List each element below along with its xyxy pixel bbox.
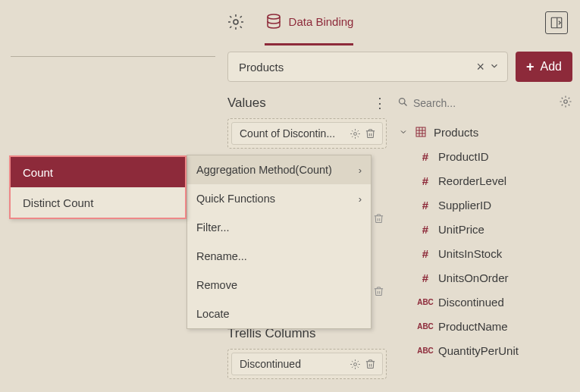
search-icon — [397, 96, 409, 111]
divider — [11, 56, 215, 57]
tree-field[interactable]: #UnitsInStock — [397, 241, 572, 265]
tree-field-label: Discontinued — [438, 296, 504, 309]
trellis-well[interactable]: Discontinued — [227, 349, 387, 379]
tree-field[interactable]: #ReorderLevel — [397, 168, 572, 193]
number-type-icon: # — [419, 223, 432, 236]
menu-item-label: Locate — [196, 308, 230, 320]
clear-icon[interactable]: × — [472, 59, 490, 75]
number-type-icon: # — [419, 199, 432, 212]
value-pill[interactable]: Count of Discontin... — [231, 122, 383, 145]
values-well[interactable]: Count of Discontin... — [227, 118, 387, 149]
tree-field-label: UnitPrice — [438, 223, 484, 236]
svg-point-8 — [564, 100, 568, 104]
tab-settings[interactable] — [227, 0, 245, 45]
svg-point-4 — [353, 132, 356, 135]
submenu-item-label: Count — [23, 166, 53, 179]
svg-point-6 — [400, 98, 406, 104]
add-button[interactable]: + Add — [516, 52, 572, 82]
trash-icon[interactable] — [362, 128, 378, 140]
add-button-label: Add — [541, 60, 562, 74]
svg-point-5 — [353, 362, 356, 365]
tree-field[interactable]: #UnitsOnOrder — [397, 265, 572, 290]
chevron-right-icon: › — [359, 193, 362, 205]
trellis-pill[interactable]: Discontinued — [231, 353, 383, 375]
tree-field-label: ProductName — [438, 320, 508, 333]
menu-rename[interactable]: Rename... — [187, 242, 371, 271]
menu-remove[interactable]: Remove — [187, 271, 371, 299]
tree-field[interactable]: #UnitPrice — [397, 217, 572, 241]
tree-root-label: Products — [434, 126, 478, 139]
tree-field[interactable]: ABCProductName — [397, 314, 572, 338]
svg-line-7 — [404, 103, 406, 105]
number-type-icon: # — [419, 247, 432, 260]
panel-toggle-button[interactable] — [545, 11, 568, 34]
plus-icon: + — [526, 59, 535, 75]
fields-tree: Products #ProductID#ReorderLevel#Supplie… — [397, 120, 572, 362]
context-menu: Aggregation Method(Count) › Quick Functi… — [187, 155, 372, 329]
tree-field-label: ReorderLevel — [438, 174, 506, 187]
values-menu-icon[interactable]: ⋮ — [373, 95, 387, 111]
tree-field-label: SupplierID — [438, 199, 491, 212]
tree-field-label: UnitsInStock — [438, 247, 502, 260]
search-input[interactable] — [413, 97, 554, 109]
tree-field[interactable]: ABCQuantityPerUnit — [397, 338, 572, 362]
aggregation-submenu: Count Distinct Count — [9, 155, 187, 219]
gear-icon[interactable] — [347, 128, 362, 140]
tab-data-binding-label: Data Binding — [289, 15, 354, 28]
menu-quick-functions[interactable]: Quick Functions › — [187, 184, 371, 213]
chevron-right-icon: › — [359, 165, 362, 176]
trash-icon[interactable] — [362, 359, 378, 370]
tree-root[interactable]: Products — [397, 120, 572, 144]
chevron-down-icon — [399, 126, 408, 139]
chevron-down-icon[interactable] — [489, 61, 500, 74]
tree-field[interactable]: #ProductID — [397, 144, 572, 168]
number-type-icon: # — [419, 174, 432, 187]
table-icon — [414, 126, 428, 138]
gear-icon[interactable] — [347, 359, 362, 370]
data-source-select[interactable]: Products × — [227, 52, 508, 82]
menu-item-label: Quick Functions — [196, 193, 275, 205]
menu-filter[interactable]: Filter... — [187, 213, 371, 242]
text-type-icon: ABC — [419, 347, 432, 355]
trash-icon[interactable] — [371, 211, 386, 226]
menu-item-label: Rename... — [196, 250, 247, 262]
trash-icon[interactable] — [371, 284, 386, 299]
gear-icon — [227, 13, 245, 31]
text-type-icon: ABC — [419, 322, 432, 331]
svg-rect-9 — [416, 127, 425, 136]
database-icon — [265, 13, 283, 31]
submenu-count[interactable]: Count — [11, 157, 185, 187]
tree-field[interactable]: #SupplierID — [397, 193, 572, 217]
svg-point-1 — [268, 14, 280, 19]
number-type-icon: # — [419, 271, 432, 284]
data-source-value: Products — [239, 61, 284, 74]
gear-icon[interactable] — [559, 95, 572, 111]
submenu-item-label: Distinct Count — [23, 196, 93, 209]
menu-item-label: Filter... — [196, 221, 230, 234]
menu-item-label: Aggregation Method(Count) — [196, 164, 332, 176]
tab-data-binding[interactable]: Data Binding — [265, 0, 354, 45]
top-toolbar: Data Binding — [0, 0, 580, 45]
section-values-title: Values — [227, 96, 266, 111]
trellis-pill-label: Discontinued — [240, 358, 347, 370]
text-type-icon: ABC — [419, 298, 432, 306]
menu-item-label: Remove — [196, 279, 237, 291]
tree-field[interactable]: ABCDiscontinued — [397, 290, 572, 314]
tree-field-label: UnitsOnOrder — [438, 271, 509, 284]
submenu-distinct-count[interactable]: Distinct Count — [11, 187, 185, 218]
value-pill-label: Count of Discontin... — [240, 127, 347, 140]
number-type-icon: # — [419, 150, 432, 163]
menu-locate[interactable]: Locate — [187, 299, 371, 328]
tree-field-label: QuantityPerUnit — [438, 344, 519, 357]
tree-field-label: ProductID — [438, 150, 489, 163]
svg-point-0 — [234, 20, 238, 24]
menu-aggregation-method[interactable]: Aggregation Method(Count) › — [187, 155, 371, 184]
